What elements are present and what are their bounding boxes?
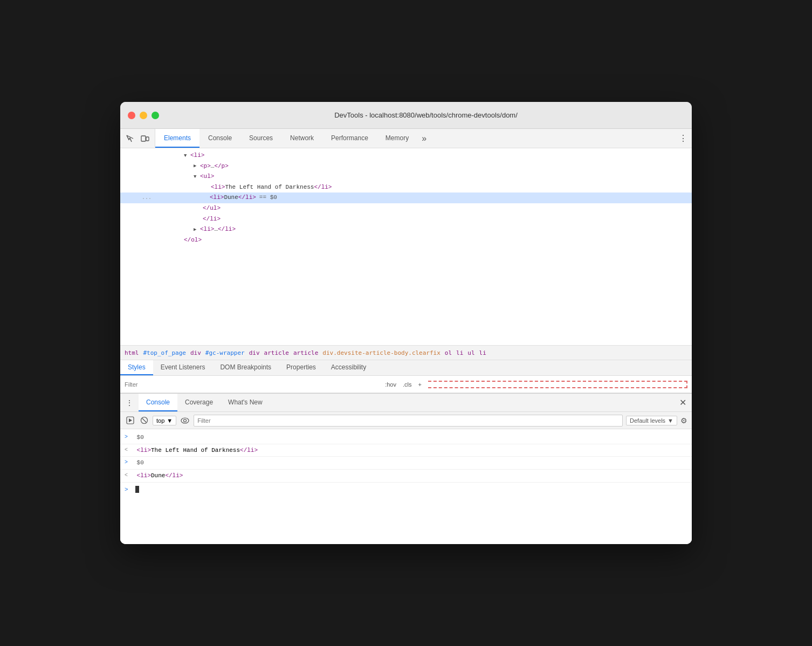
console-filter-input[interactable]	[194, 415, 623, 427]
console-output: > $0 < <li>The Left Hand of Darkness</li…	[120, 429, 692, 544]
minimize-button[interactable]	[140, 112, 147, 119]
console-line-3: > $0	[120, 457, 692, 470]
expand-arrow-ul[interactable]: ▼	[194, 173, 200, 181]
inspect-element-icon[interactable]	[125, 133, 135, 144]
window-title: DevTools - localhost:8080/web/tools/chro…	[168, 111, 684, 119]
devtools-top-toolbar: Elements Console Sources Network Perform…	[120, 129, 692, 148]
bc-ul[interactable]: ul	[467, 349, 474, 356]
drawer-tab-coverage[interactable]: Coverage	[177, 394, 221, 411]
drawer-menu-icon[interactable]: ⋮	[120, 398, 139, 407]
device-toolbar-icon[interactable]	[140, 133, 150, 144]
run-script-icon[interactable]	[125, 415, 135, 426]
tab-console[interactable]: Console	[199, 129, 240, 148]
input-arrow-1: >	[125, 432, 133, 442]
close-button[interactable]	[128, 112, 135, 119]
devtools-tabs: Elements Console Sources Network Perform…	[155, 129, 675, 148]
styles-tab-accessibility[interactable]: Accessibility	[324, 360, 374, 375]
log-levels-button[interactable]: Default levels ▼	[626, 416, 677, 425]
svg-rect-1	[146, 137, 149, 141]
styles-filter-bar: :hov .cls +	[120, 376, 692, 393]
more-tabs-button[interactable]: »	[417, 129, 431, 148]
dom-line-ol-close[interactable]: </ol>	[120, 235, 692, 246]
drawer-tab-whats-new[interactable]: What's New	[221, 394, 270, 411]
execution-context-select[interactable]: top ▼	[153, 416, 176, 425]
console-output-2: <li>Dune</li>	[133, 471, 687, 481]
bc-gc-wrapper[interactable]: #gc-wrapper	[205, 349, 245, 356]
console-line-1: > $0	[120, 431, 692, 444]
styles-tab-styles[interactable]: Styles	[120, 360, 153, 375]
console-prompt-line[interactable]: >	[120, 483, 692, 497]
console-output-1: <li>The Left Hand of Darkness</li>	[133, 445, 687, 456]
elements-panel: ▼ <li> ▶ <p> … </p> ▼ <ul>	[120, 148, 692, 393]
tab-network[interactable]: Network	[281, 129, 322, 148]
console-line-2: < <li>The Left Hand of Darkness</li>	[120, 444, 692, 457]
filter-actions: :hov .cls +	[383, 380, 424, 389]
dom-line-li-dune[interactable]: ... <li> Dune </li> == $0	[120, 193, 692, 203]
dom-tree[interactable]: ▼ <li> ▶ <p> … </p> ▼ <ul>	[120, 148, 692, 345]
bc-ol[interactable]: ol	[445, 349, 452, 356]
console-input-2: $0	[133, 458, 687, 468]
bc-li2[interactable]: li	[479, 349, 486, 356]
dom-line-li-close[interactable]: </li>	[120, 214, 692, 225]
styles-filter-input[interactable]	[125, 381, 383, 388]
eye-icon[interactable]	[180, 415, 190, 426]
bc-div1[interactable]: div	[190, 349, 201, 356]
tab-sources[interactable]: Sources	[240, 129, 281, 148]
console-input-1: $0	[133, 432, 687, 443]
bc-article2[interactable]: article	[293, 349, 318, 356]
svg-point-6	[181, 418, 189, 423]
dom-line-li-collapsed[interactable]: ▶ <li> … </li>	[120, 224, 692, 235]
bc-article1[interactable]: article	[264, 349, 289, 356]
drawer-tabs: ⋮ Console Coverage What's New ✕	[120, 394, 692, 412]
devtools-menu-icon[interactable]: ⋮	[675, 129, 692, 148]
dom-line-p[interactable]: ▶ <p> … </p>	[120, 161, 692, 172]
tab-elements[interactable]: Elements	[155, 129, 199, 148]
devtools-window: DevTools - localhost:8080/web/tools/chro…	[120, 102, 692, 544]
styles-tab-dom-breakpoints[interactable]: DOM Breakpoints	[212, 360, 279, 375]
console-drawer: ⋮ Console Coverage What's New ✕	[120, 393, 692, 544]
svg-rect-0	[141, 136, 146, 141]
dom-line-ul-open[interactable]: ▼ <ul>	[120, 171, 692, 182]
hov-button[interactable]: :hov	[383, 380, 398, 389]
tab-memory[interactable]: Memory	[377, 129, 417, 148]
input-arrow-2: >	[125, 458, 133, 467]
svg-line-5	[142, 418, 146, 422]
expand-arrow-p[interactable]: ▶	[194, 162, 200, 170]
prompt-arrow: >	[125, 485, 133, 495]
styles-tab-event-listeners[interactable]: Event Listeners	[153, 360, 213, 375]
toolbar-icons	[120, 129, 155, 148]
bc-li1[interactable]: li	[456, 349, 463, 356]
cls-button[interactable]: .cls	[401, 380, 414, 389]
svg-marker-3	[129, 418, 132, 422]
console-prompt-cursor[interactable]	[135, 485, 139, 495]
svg-point-7	[184, 419, 187, 422]
output-arrow-2: <	[125, 471, 133, 480]
ellipsis: ...	[142, 194, 152, 202]
styles-tabs: Styles Event Listeners DOM Breakpoints P…	[120, 360, 692, 376]
bc-html[interactable]: html	[125, 349, 139, 356]
dom-line-li-open[interactable]: ▼ <li>	[120, 150, 692, 161]
dollar-zero-marker: == $0	[259, 193, 277, 203]
tab-performance[interactable]: Performance	[322, 129, 377, 148]
title-bar: DevTools - localhost:8080/web/tools/chro…	[120, 102, 692, 129]
traffic-lights	[128, 112, 159, 119]
expand-arrow-li2[interactable]: ▶	[194, 226, 200, 233]
clear-console-icon[interactable]	[139, 415, 149, 426]
dom-line-ul-close[interactable]: </ul>	[120, 203, 692, 214]
output-arrow-1: <	[125, 445, 133, 455]
expand-arrow-li[interactable]: ▼	[184, 152, 190, 160]
devtools-body: Elements Console Sources Network Perform…	[120, 129, 692, 544]
add-rule-button[interactable]: +	[416, 380, 423, 389]
bc-top-of-page[interactable]: #top_of_page	[143, 349, 186, 356]
console-toolbar: top ▼ Default levels ▼ ⚙	[120, 412, 692, 429]
styles-tab-properties[interactable]: Properties	[279, 360, 324, 375]
breadcrumb: html #top_of_page div #gc-wrapper div ar…	[120, 345, 692, 360]
console-settings-icon[interactable]: ⚙	[680, 416, 687, 425]
drawer-close-button[interactable]: ✕	[674, 397, 692, 408]
bc-div-class[interactable]: div.devsite-article-body.clearfix	[322, 349, 441, 356]
bc-div2[interactable]: div	[249, 349, 260, 356]
dom-line-li-darkness[interactable]: <li> The Left Hand of Darkness </li>	[120, 182, 692, 193]
console-line-4: < <li>Dune</li>	[120, 470, 692, 483]
drawer-tab-console[interactable]: Console	[139, 394, 177, 411]
maximize-button[interactable]	[152, 112, 159, 119]
